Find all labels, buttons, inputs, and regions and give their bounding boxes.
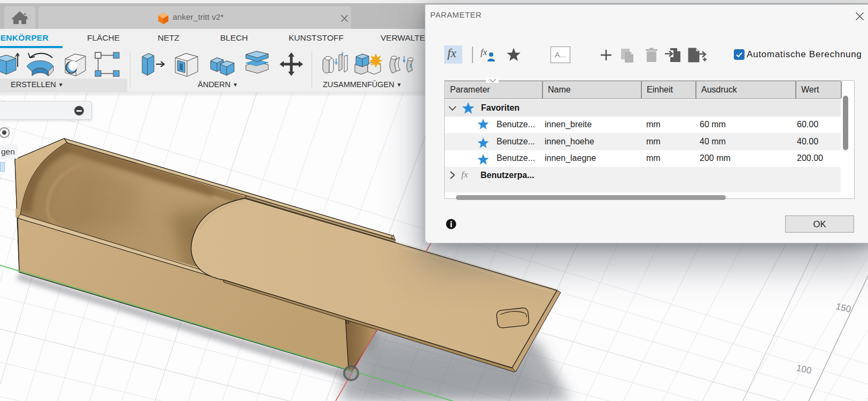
svg-text:150: 150 (835, 301, 852, 314)
svg-text:100: 100 (795, 363, 812, 376)
